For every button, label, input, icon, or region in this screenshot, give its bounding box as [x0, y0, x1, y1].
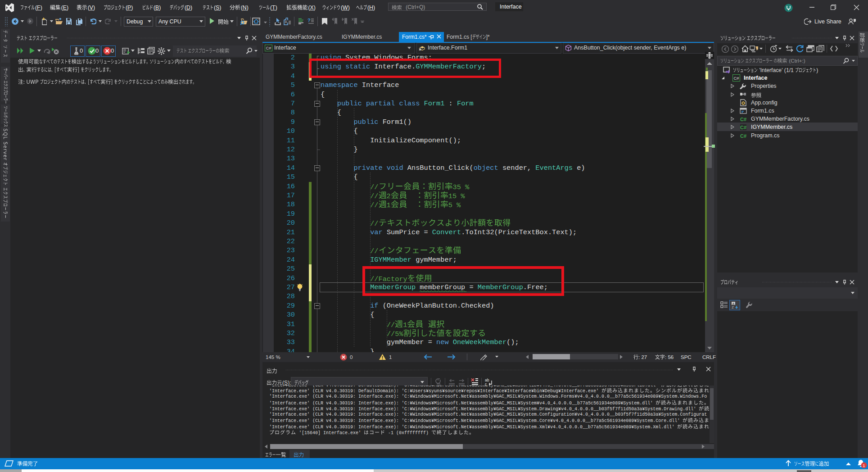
svg-text:C#: C#: [740, 133, 746, 139]
svg-text:C#: C#: [740, 125, 746, 130]
svg-text:C#: C#: [740, 117, 746, 122]
svg-text:C#: C#: [266, 46, 271, 50]
svg-text:1: 1: [863, 463, 865, 468]
svg-text:A: A: [732, 302, 735, 305]
svg-text:Z: Z: [732, 305, 734, 309]
svg-text:?: ?: [307, 18, 311, 23]
svg-text:C#: C#: [733, 76, 739, 81]
